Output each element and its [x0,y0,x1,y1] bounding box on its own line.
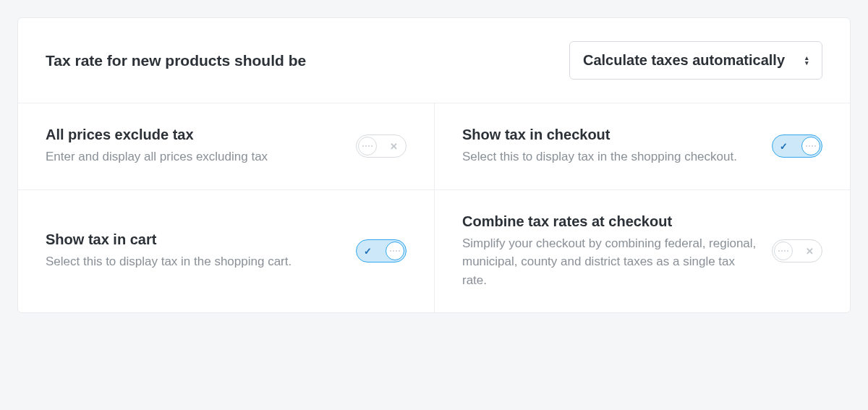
setting-show-tax-checkout: Show tax in checkout Select this to disp… [434,103,850,189]
toggle-prices-exclude-tax[interactable]: ✕ [356,134,407,158]
setting-text: All prices exclude tax Enter and display… [46,127,341,166]
x-icon: ✕ [806,246,814,257]
setting-prices-exclude-tax: All prices exclude tax Enter and display… [18,103,434,189]
setting-text: Show tax in checkout Select this to disp… [462,127,757,166]
tax-rate-select-wrap: Calculate taxes automatically ▴▾ [569,41,822,80]
check-icon: ✓ [780,141,788,152]
setting-combine-tax-rates: Combine tax rates at checkout Simplify y… [434,189,850,313]
setting-text: Combine tax rates at checkout Simplify y… [462,213,757,290]
toggle-show-tax-cart[interactable]: ✓ [356,239,407,262]
select-caret-icon: ▴▾ [805,56,809,65]
toggle-show-tax-checkout[interactable]: ✓ [772,134,822,158]
tax-settings-panel: Tax rate for new products should be Calc… [17,17,851,313]
header-title: Tax rate for new products should be [46,52,306,69]
toggle-knob [358,137,377,155]
toggle-knob [801,137,820,155]
setting-show-tax-cart: Show tax in cart Select this to display … [18,189,434,313]
header-row: Tax rate for new products should be Calc… [18,18,850,103]
tax-rate-select[interactable]: Calculate taxes automatically ▴▾ [569,41,822,80]
tax-rate-select-value: Calculate taxes automatically [583,52,785,69]
toggle-knob [386,242,404,260]
setting-title: Combine tax rates at checkout [462,213,757,230]
check-icon: ✓ [364,246,372,257]
setting-desc: Enter and display all prices excluding t… [46,148,341,166]
toggle-knob [774,242,793,260]
setting-desc: Select this to display tax in the shoppi… [46,252,341,271]
toggle-combine-tax-rates[interactable]: ✕ [772,239,822,262]
setting-desc: Select this to display tax in the shoppi… [462,148,757,166]
settings-grid: All prices exclude tax Enter and display… [18,103,850,312]
setting-title: All prices exclude tax [46,127,341,143]
setting-desc: Simplify your checkout by combining fede… [462,234,757,290]
x-icon: ✕ [390,141,398,152]
setting-title: Show tax in cart [46,231,341,248]
setting-text: Show tax in cart Select this to display … [46,231,341,271]
setting-title: Show tax in checkout [462,127,757,143]
